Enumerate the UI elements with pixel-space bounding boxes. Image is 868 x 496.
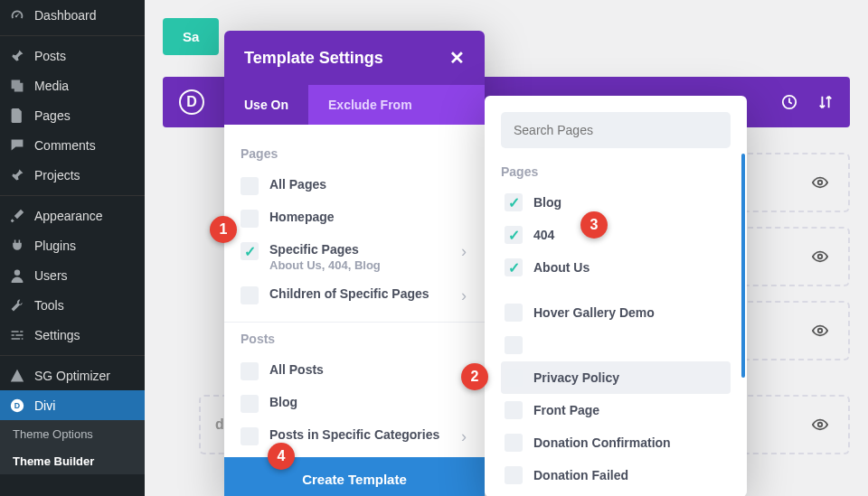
sidebar-item-settings[interactable]: Settings: [0, 320, 145, 350]
checkbox-icon[interactable]: [241, 210, 259, 228]
flyout-item-blank[interactable]: [501, 329, 731, 361]
checkbox-checked-icon[interactable]: ✓: [241, 242, 259, 260]
sidebar-item-projects[interactable]: Projects: [0, 160, 145, 190]
callout-1: 1: [210, 216, 237, 243]
modal-title: Template Settings: [244, 49, 383, 68]
eye-icon[interactable]: [807, 317, 834, 344]
sidebar-item-comments[interactable]: Comments: [0, 130, 145, 160]
svg-point-4: [818, 181, 823, 185]
chevron-right-icon: ›: [461, 427, 468, 446]
pages-flyout: Pages ✓Blog ✓404 ✓About Us Hover Gallery…: [485, 96, 747, 496]
checkbox-icon[interactable]: [505, 466, 523, 484]
sidebar-item-users[interactable]: Users: [0, 260, 145, 290]
save-button[interactable]: Sa: [163, 18, 219, 55]
svg-text:D: D: [14, 401, 20, 410]
option-all-pages[interactable]: All Pages: [241, 170, 468, 202]
wrench-icon: [9, 297, 25, 314]
flyout-item-donation-confirmation[interactable]: Donation Confirmation: [501, 426, 731, 459]
user-icon: [9, 267, 25, 284]
checkbox-icon[interactable]: [505, 304, 523, 322]
flyout-item-404[interactable]: ✓404: [501, 219, 731, 251]
modal-header: Template Settings ✕: [224, 31, 485, 85]
pin-icon: [9, 48, 25, 64]
svg-point-0: [14, 269, 20, 275]
wp-admin-sidebar: Dashboard Posts Media Pages Comments Pro…: [0, 0, 145, 496]
chevron-right-icon: ›: [461, 286, 468, 305]
sidebar-item-sg-optimizer[interactable]: SG Optimizer: [0, 355, 145, 390]
comment-icon: [9, 137, 25, 154]
flyout-item-about-us[interactable]: ✓About Us: [501, 251, 731, 284]
checkbox-icon[interactable]: [505, 369, 523, 387]
flyout-item-donation-failed[interactable]: Donation Failed: [501, 459, 731, 491]
option-children-specific-pages[interactable]: Children of Specific Pages ›: [241, 279, 468, 313]
option-homepage[interactable]: Homepage: [241, 202, 468, 235]
flyout-section-title: Pages: [501, 164, 731, 179]
create-template-button[interactable]: Create Template: [224, 457, 485, 496]
tab-use-on[interactable]: Use On: [224, 85, 308, 125]
checkbox-checked-icon[interactable]: ✓: [505, 226, 523, 244]
specific-pages-sublabel: About Us, 404, Blog: [269, 258, 450, 272]
checkbox-icon[interactable]: [505, 401, 523, 419]
plug-icon: [9, 238, 25, 254]
media-icon: [9, 78, 25, 94]
option-blog[interactable]: Blog: [241, 388, 468, 420]
tab-exclude-from[interactable]: Exclude From: [308, 85, 432, 125]
history-icon[interactable]: [781, 94, 797, 110]
callout-3: 3: [580, 211, 608, 239]
sidebar-item-dashboard[interactable]: Dashboard: [0, 0, 145, 30]
checkbox-icon[interactable]: [505, 434, 523, 452]
divi-icon: D: [9, 398, 25, 414]
sidebar-sub-theme-options[interactable]: Theme Options: [0, 420, 145, 447]
sidebar-item-divi[interactable]: DDivi: [0, 390, 145, 420]
eye-icon[interactable]: [807, 411, 834, 438]
template-settings-modal: Template Settings ✕ Use On Exclude From …: [224, 31, 485, 496]
flyout-item-front-page[interactable]: Front Page: [501, 394, 731, 426]
sidebar-item-plugins[interactable]: Plugins: [0, 230, 145, 260]
section-title-posts: Posts: [241, 332, 468, 346]
checkbox-icon[interactable]: [241, 362, 259, 380]
eye-icon[interactable]: [807, 243, 834, 270]
option-all-posts[interactable]: All Posts: [241, 355, 468, 388]
modal-tabs: Use On Exclude From: [224, 85, 485, 125]
option-specific-pages[interactable]: ✓ Specific Pages About Us, 404, Blog ›: [241, 235, 468, 279]
svg-point-5: [818, 255, 823, 259]
close-icon[interactable]: ✕: [449, 47, 465, 69]
checkbox-checked-icon[interactable]: ✓: [505, 193, 523, 211]
checkbox-icon[interactable]: [241, 427, 259, 445]
sort-icon[interactable]: [817, 94, 834, 110]
svg-point-8: [818, 423, 823, 427]
sidebar-item-pages[interactable]: Pages: [0, 100, 145, 130]
sidebar-item-tools[interactable]: Tools: [0, 290, 145, 320]
sidebar-item-appearance[interactable]: Appearance: [0, 195, 145, 230]
sliders-icon: [9, 327, 25, 343]
scrollbar-thumb[interactable]: [741, 154, 745, 378]
svg-point-6: [818, 329, 823, 333]
checkbox-icon[interactable]: [241, 395, 259, 413]
flyout-item-hover-gallery[interactable]: Hover Gallery Demo: [501, 296, 731, 329]
flyout-item-blog[interactable]: ✓Blog: [501, 186, 731, 219]
divi-logo-icon: D: [179, 89, 204, 115]
flyout-item-privacy-policy[interactable]: Privacy Policy: [501, 361, 731, 394]
brush-icon: [9, 208, 25, 224]
page-icon: [9, 108, 25, 124]
sidebar-item-media[interactable]: Media: [0, 70, 145, 100]
gauge-icon: [9, 7, 25, 23]
checkbox-icon[interactable]: [241, 286, 259, 304]
checkbox-icon[interactable]: [241, 177, 259, 195]
callout-4: 4: [268, 443, 295, 470]
section-title-pages: Pages: [241, 146, 468, 161]
checkbox-checked-icon[interactable]: ✓: [505, 258, 523, 276]
checkbox-icon[interactable]: [505, 336, 523, 354]
sidebar-sub-theme-builder[interactable]: Theme Builder: [0, 447, 145, 474]
sg-icon: [9, 368, 25, 384]
chevron-right-icon: ›: [461, 242, 468, 261]
eye-icon[interactable]: [807, 169, 834, 196]
pin-icon: [9, 167, 25, 183]
sidebar-item-posts[interactable]: Posts: [0, 35, 145, 70]
callout-2: 2: [461, 363, 488, 390]
search-pages-input[interactable]: [501, 112, 731, 148]
